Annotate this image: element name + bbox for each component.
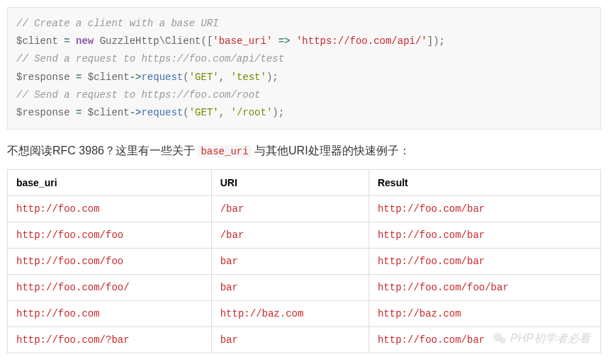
code-line: $client = new GuzzleHttp\Client(['base_u… bbox=[16, 33, 592, 50]
header-uri: URI bbox=[211, 170, 368, 196]
code-line-comment: // Send a request to https://foo.com/roo… bbox=[16, 86, 592, 104]
code-line: $response = $client->request('GET', '/ro… bbox=[16, 104, 592, 122]
table-header-row: base_uri URI Result bbox=[8, 170, 601, 196]
table-row: http://foo.com/foo/barhttp://foo.com/foo… bbox=[8, 275, 601, 301]
table-row: http://foo.com/foobarhttp://foo.com/bar bbox=[8, 249, 601, 275]
watermark: PHP初学者必看 bbox=[492, 331, 590, 346]
table-row: http://foo.com/foo/barhttp://foo.com/bar bbox=[8, 222, 601, 249]
table-row: http://foo.com/barhttp://foo.com/bar bbox=[8, 196, 601, 222]
code-block: // Create a client with a base URI $clie… bbox=[7, 7, 601, 130]
code-line-comment: // Send a request to https://foo.com/api… bbox=[16, 50, 592, 68]
svg-point-1 bbox=[500, 337, 506, 343]
uri-table: base_uri URI Result http://foo.com/barht… bbox=[7, 169, 601, 353]
inline-code: base_uri bbox=[198, 145, 251, 158]
header-base-uri: base_uri bbox=[8, 170, 212, 196]
code-line: $response = $client->request('GET', 'tes… bbox=[16, 69, 592, 86]
code-line-comment: // Create a client with a base URI bbox=[16, 15, 592, 33]
header-result: Result bbox=[368, 170, 600, 196]
table-row: http://foo.comhttp://baz.comhttp://baz.c… bbox=[8, 301, 601, 327]
wechat-icon bbox=[492, 331, 507, 346]
description-paragraph: 不想阅读RFC 3986？这里有一些关于 base_uri 与其他URI处理器的… bbox=[7, 144, 601, 159]
